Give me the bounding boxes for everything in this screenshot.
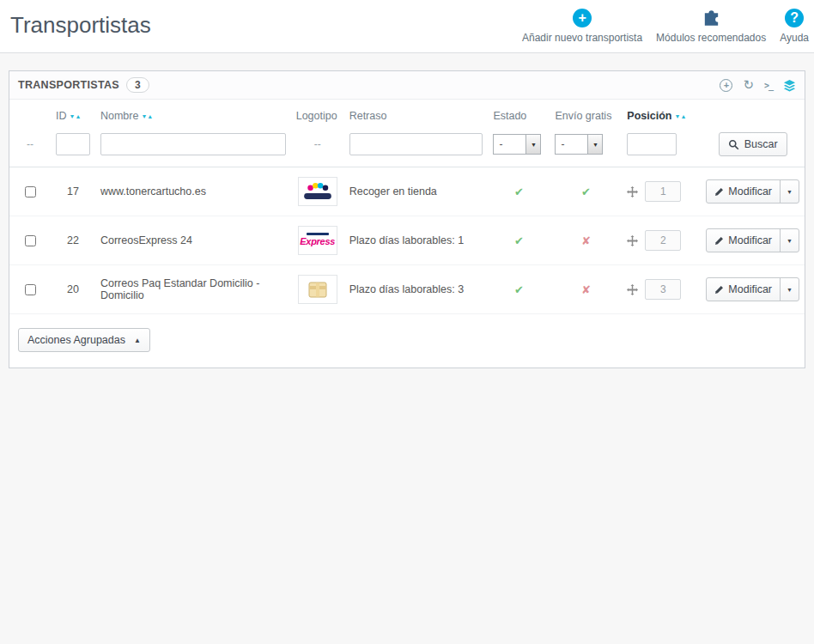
status-column-header: Estado <box>488 100 550 129</box>
actions-column-header <box>701 100 805 129</box>
modify-button[interactable]: Modificar ▼ <box>706 179 799 204</box>
search-icon <box>728 139 739 150</box>
position-cell <box>627 230 696 251</box>
recommended-modules-action[interactable]: Módulos recomendados <box>656 9 766 44</box>
correos-paq-logo <box>298 275 337 304</box>
cell-delay: Plazo días laborables: 3 <box>344 265 489 314</box>
refresh-icon[interactable]: ↻ <box>743 77 754 93</box>
count-badge: 3 <box>126 77 149 93</box>
table-row: 17 www.tonercartucho.es Recoger en tiend… <box>9 167 805 216</box>
dropdown-caret-icon[interactable]: ▼ <box>780 180 799 203</box>
position-input <box>645 279 681 300</box>
bulk-actions-button[interactable]: Acciones Agrupadas ▲ <box>18 328 150 352</box>
position-input <box>645 230 681 251</box>
name-filter-input[interactable] <box>100 133 286 155</box>
position-column-header: Posición▼▲ <box>622 100 701 129</box>
panel-toolbar: + ↻ >_ <box>720 77 796 93</box>
filter-row: -- -- - ▼ - ▼ <box>9 129 805 167</box>
sort-asc-icon[interactable]: ▲ <box>75 113 81 119</box>
add-icon[interactable]: + <box>720 79 732 92</box>
position-cell <box>627 279 696 300</box>
carriers-panel: TRANSPORTISTAS 3 + ↻ >_ ID▼▲ <box>9 70 805 368</box>
free-shipping-filter-select[interactable]: - ▼ <box>555 134 603 155</box>
delay-column-header: Retraso <box>344 100 489 129</box>
status-filter-select[interactable]: - ▼ <box>493 134 541 155</box>
row-checkbox[interactable] <box>25 235 36 246</box>
logo-filter-placeholder: -- <box>291 129 344 167</box>
add-carrier-action[interactable]: + Añadir nuevo transportista <box>522 9 642 44</box>
sort-asc-icon[interactable]: ▲ <box>147 113 153 119</box>
position-filter-input[interactable] <box>627 133 677 155</box>
correos-express-logo: Express <box>298 226 337 255</box>
row-checkbox[interactable] <box>25 186 36 197</box>
cell-id: 17 <box>51 167 95 216</box>
free-shipping-column-header: Envío gratis <box>550 100 622 129</box>
row-checkbox[interactable] <box>25 284 36 295</box>
sort-icons: ▼▲ <box>674 110 686 122</box>
cell-delay: Plazo días laborables: 1 <box>344 216 489 265</box>
add-icon: + <box>573 9 592 27</box>
puzzle-icon <box>702 9 721 27</box>
move-icon[interactable] <box>627 186 638 197</box>
cell-name: CorreosExpress 24 <box>95 216 291 265</box>
help-action[interactable]: ? Ayuda <box>780 9 809 44</box>
cell-name: www.tonercartucho.es <box>95 167 291 216</box>
edit-icon <box>714 236 724 246</box>
carriers-table: ID▼▲ Nombre▼▲ Logotipo Retraso Estado En… <box>9 100 805 314</box>
search-button[interactable]: Buscar <box>719 132 787 156</box>
dropdown-caret-icon[interactable]: ▼ <box>780 229 799 252</box>
free-shipping-icon[interactable] <box>581 185 591 198</box>
move-icon[interactable] <box>627 235 638 246</box>
logo-column-header: Logotipo <box>291 100 344 129</box>
edit-icon <box>714 285 724 295</box>
status-enabled-icon[interactable] <box>514 283 524 296</box>
page-header: Transportistas + Añadir nuevo transporti… <box>0 0 814 53</box>
logo-bar <box>307 233 329 235</box>
chevron-down-icon: ▼ <box>525 135 540 154</box>
position-cell <box>627 181 696 202</box>
modify-button[interactable]: Modificar ▼ <box>706 277 799 301</box>
header-actions: + Añadir nuevo transportista Módulos rec… <box>522 7 811 44</box>
add-carrier-label: Añadir nuevo transportista <box>522 32 642 44</box>
modify-button[interactable]: Modificar ▼ <box>706 228 799 252</box>
name-column-header: Nombre▼▲ <box>95 100 291 129</box>
cell-name: Correos Paq Estandar Domicilio - Domicil… <box>95 265 291 314</box>
id-filter-input[interactable] <box>56 133 90 155</box>
checkbox-filter-placeholder: -- <box>9 129 51 167</box>
header-row: ID▼▲ Nombre▼▲ Logotipo Retraso Estado En… <box>9 100 805 129</box>
page-title: Transportistas <box>10 12 151 39</box>
help-icon: ? <box>785 9 804 27</box>
chevron-down-icon: ▼ <box>587 135 602 154</box>
status-enabled-icon[interactable] <box>514 185 524 198</box>
layers-icon[interactable] <box>783 79 796 92</box>
table-row: 22 CorreosExpress 24 Express Plazo días … <box>9 216 805 265</box>
free-shipping-icon[interactable] <box>581 234 591 247</box>
panel-footer: Acciones Agrupadas ▲ <box>9 314 805 368</box>
sql-query-icon[interactable]: >_ <box>764 81 773 90</box>
cell-id: 22 <box>51 216 95 265</box>
delay-filter-input[interactable] <box>349 133 483 155</box>
position-input <box>645 181 681 202</box>
cell-delay: Recoger en tienda <box>344 167 489 216</box>
status-enabled-icon[interactable] <box>514 234 524 247</box>
sort-asc-icon[interactable]: ▲ <box>680 113 686 119</box>
caret-up-icon: ▲ <box>134 337 141 344</box>
panel-title: TRANSPORTISTAS <box>18 79 119 91</box>
checkbox-column-header <box>9 100 51 129</box>
move-icon[interactable] <box>627 284 638 295</box>
recommended-modules-label: Módulos recomendados <box>656 32 766 44</box>
help-label: Ayuda <box>780 32 809 44</box>
tonercartucho-logo <box>298 177 337 206</box>
sort-icons: ▼▲ <box>69 110 81 122</box>
sort-icons: ▼▲ <box>141 110 153 122</box>
id-column-header: ID▼▲ <box>51 100 95 129</box>
cell-id: 20 <box>51 265 95 314</box>
edit-icon <box>714 187 724 197</box>
dropdown-caret-icon[interactable]: ▼ <box>780 278 799 301</box>
table-row: 20 Correos Paq Estandar Domicilio - Domi… <box>9 265 805 314</box>
free-shipping-icon[interactable] <box>581 283 591 296</box>
panel-heading: TRANSPORTISTAS 3 + ↻ >_ <box>9 71 805 100</box>
